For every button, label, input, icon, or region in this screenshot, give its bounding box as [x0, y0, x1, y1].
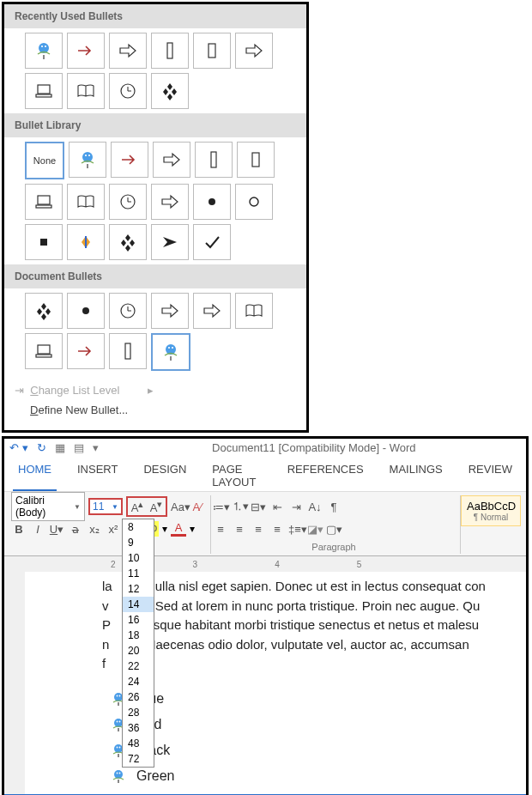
- font-size-combo[interactable]: 11▼: [88, 498, 123, 515]
- tab-design[interactable]: DESIGN: [138, 460, 191, 491]
- bullet-diamonds-2[interactable]: [109, 224, 147, 260]
- qat-customize[interactable]: ▾: [93, 441, 99, 454]
- bullet-clock-2[interactable]: [109, 293, 147, 329]
- font-size-option-18[interactable]: 18: [123, 628, 154, 643]
- bullet-dot[interactable]: [193, 184, 231, 220]
- strike-button[interactable]: a̶: [68, 523, 83, 536]
- tab-mailings[interactable]: MAILINGS: [384, 460, 448, 491]
- bullet-rect-tall[interactable]: [151, 33, 189, 69]
- bullet-arrow-red[interactable]: [111, 142, 148, 178]
- tab-home[interactable]: HOME: [13, 460, 57, 491]
- shading-button[interactable]: ◪▾: [307, 523, 323, 536]
- decrease-indent-button[interactable]: ⇤: [269, 501, 285, 513]
- font-size-option-11[interactable]: 11: [123, 566, 154, 581]
- document-body[interactable]: la nulla nisl eget sapien. Donec ut est …: [25, 572, 526, 794]
- tab-review[interactable]: REVIEW: [463, 460, 517, 491]
- bullet-circle[interactable]: [235, 184, 273, 220]
- bullet-rect-tall[interactable]: [195, 142, 233, 178]
- bullet-arrowhead[interactable]: [151, 224, 189, 260]
- bullet-clock[interactable]: [109, 184, 147, 220]
- qat-icon-2[interactable]: ▤: [74, 441, 84, 454]
- multilevel-button[interactable]: ⊟▾: [251, 501, 266, 513]
- tab-references[interactable]: REFERENCES: [282, 460, 369, 491]
- font-size-option-48[interactable]: 48: [123, 736, 154, 751]
- bullet-book-2[interactable]: [235, 293, 273, 329]
- font-size-option-72[interactable]: 72: [123, 751, 154, 767]
- font-size-dropdown[interactable]: 891011121416182022242628364872: [122, 519, 154, 768]
- bullet-arrow-outline[interactable]: [153, 142, 190, 178]
- align-center-button[interactable]: ≡: [232, 523, 247, 536]
- font-size-option-9[interactable]: 9: [123, 535, 154, 550]
- bullet-none[interactable]: None: [25, 142, 64, 179]
- line-spacing-button[interactable]: ‡≡▾: [288, 523, 304, 536]
- bullet-laptop[interactable]: [25, 73, 63, 109]
- font-color-button[interactable]: A: [171, 521, 186, 537]
- bullet-clock[interactable]: [109, 73, 147, 109]
- bullet-book[interactable]: [67, 184, 105, 220]
- bullet-laptop-2[interactable]: [25, 333, 63, 369]
- bullet-arrow-outline-4[interactable]: [151, 293, 189, 329]
- font-size-option-26[interactable]: 26: [123, 689, 154, 705]
- font-size-option-10[interactable]: 10: [123, 550, 154, 566]
- bullet-dot-2[interactable]: [67, 293, 105, 329]
- show-marks-button[interactable]: ¶: [326, 501, 342, 513]
- font-combo[interactable]: Calibri (Body)▼: [11, 492, 85, 521]
- bullet-globe-selected[interactable]: [151, 333, 190, 371]
- clear-format-button[interactable]: A⁄: [190, 501, 205, 513]
- tab-insert[interactable]: INSERT: [72, 460, 123, 491]
- redo-button[interactable]: ↻: [37, 441, 46, 454]
- increase-indent-button[interactable]: ⇥: [288, 501, 304, 513]
- bullet-arrow-outline-5[interactable]: [193, 293, 231, 329]
- font-size-option-28[interactable]: 28: [123, 705, 154, 720]
- bullet-rect[interactable]: [237, 142, 275, 178]
- italic-button[interactable]: I: [30, 523, 45, 536]
- bullet-arrow-outline[interactable]: [109, 33, 147, 69]
- borders-button[interactable]: ▢▾: [326, 523, 342, 536]
- sort-button[interactable]: A↓: [307, 501, 323, 513]
- justify-button[interactable]: ≡: [269, 523, 285, 536]
- bullet-globe[interactable]: [69, 142, 106, 178]
- align-left-button[interactable]: ≡: [213, 523, 228, 536]
- tab-page-layout[interactable]: PAGE LAYOUT: [207, 460, 266, 491]
- font-size-option-22[interactable]: 22: [123, 658, 154, 674]
- font-size-option-8[interactable]: 8: [123, 519, 154, 535]
- bullet-arrow-outline-2[interactable]: [235, 33, 273, 69]
- font-size-option-36[interactable]: 36: [123, 720, 154, 736]
- underline-button[interactable]: U▾: [49, 523, 64, 536]
- bullet-diamonds-3[interactable]: [25, 293, 63, 329]
- define-new-bullet[interactable]: Define New Bullet...: [15, 400, 296, 420]
- style-normal[interactable]: AaBbCcD ¶ Normal: [461, 495, 521, 526]
- bullet-square[interactable]: [25, 224, 63, 260]
- bullet-arrow-red-2[interactable]: [67, 333, 105, 369]
- shrink-font-button[interactable]: A▾: [148, 499, 164, 514]
- bullet-arrow-outline-3[interactable]: [151, 184, 189, 220]
- change-case-button[interactable]: Aa▾: [171, 501, 186, 513]
- bullet-laptop[interactable]: [25, 184, 63, 220]
- subscript-button[interactable]: x₂: [87, 523, 102, 536]
- undo-button[interactable]: ↶ ▾: [9, 441, 28, 454]
- font-size-option-14[interactable]: 14: [123, 597, 154, 612]
- bullet-globe[interactable]: [25, 33, 63, 69]
- font-size-option-24[interactable]: 24: [123, 674, 154, 689]
- qat-icon-1[interactable]: ▦: [55, 441, 65, 454]
- bullet-arrow-red[interactable]: [67, 33, 105, 69]
- laptop-icon: [33, 341, 54, 361]
- grow-font-button[interactable]: A▴: [130, 499, 145, 514]
- bullet-book[interactable]: [67, 73, 105, 109]
- bullet-rect[interactable]: [193, 33, 231, 69]
- svg-rect-25: [125, 343, 130, 359]
- numbering-button[interactable]: ⒈▾: [232, 499, 247, 514]
- align-right-button[interactable]: ≡: [251, 523, 266, 536]
- svg-rect-33: [118, 702, 119, 706]
- font-size-option-16[interactable]: 16: [123, 612, 154, 628]
- bold-button[interactable]: B: [11, 523, 27, 536]
- font-size-option-20[interactable]: 20: [123, 643, 154, 658]
- globe-icon: [111, 768, 126, 784]
- bullet-rect-tall-2[interactable]: [109, 333, 147, 369]
- bullet-check[interactable]: [193, 224, 231, 260]
- superscript-button[interactable]: x²: [106, 523, 121, 536]
- bullet-color-diamond[interactable]: [67, 224, 105, 260]
- bullets-button[interactable]: ≔▾: [213, 501, 228, 513]
- bullet-diamonds[interactable]: [151, 73, 189, 109]
- font-size-option-12[interactable]: 12: [123, 581, 154, 597]
